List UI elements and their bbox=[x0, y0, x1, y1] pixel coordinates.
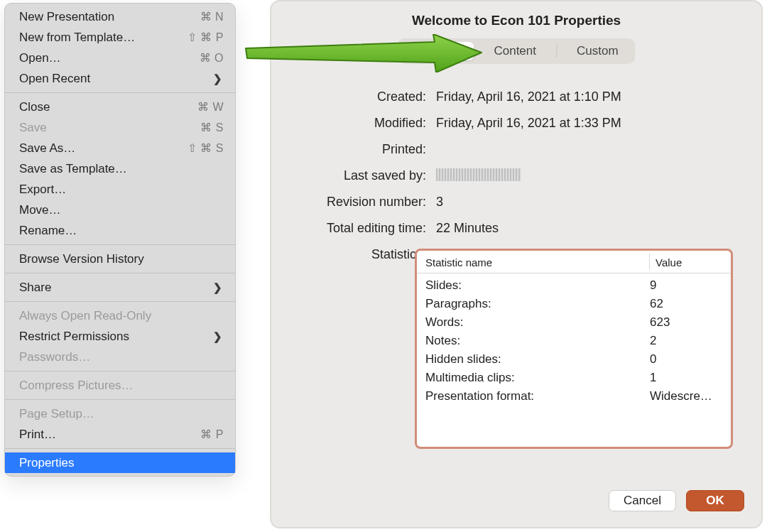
menu-item-label: Share bbox=[19, 281, 224, 295]
saved-by-label: Last saved by: bbox=[294, 168, 426, 183]
menu-separator bbox=[5, 399, 235, 400]
ok-button[interactable]: OK bbox=[686, 490, 744, 511]
keyboard-shortcut: ⇧ ⌘ S bbox=[187, 141, 224, 155]
menu-item-print[interactable]: Print…⌘ P bbox=[5, 424, 235, 445]
keyboard-shortcut: ⌘ P bbox=[200, 428, 224, 441]
keyboard-shortcut: ⌘ W bbox=[197, 100, 224, 114]
menu-item-label: Page Setup… bbox=[19, 407, 224, 421]
editing-label: Total editing time: bbox=[294, 221, 426, 236]
menu-separator bbox=[5, 244, 235, 245]
statistics-rows: Slides:9Paragraphs:62Words:623Notes:2Hid… bbox=[417, 273, 731, 406]
cancel-button[interactable]: Cancel bbox=[609, 490, 676, 511]
chevron-right-icon: ❯ bbox=[213, 331, 222, 342]
menu-item-page-setup: Page Setup… bbox=[5, 403, 235, 424]
dialog-footer: Cancel OK bbox=[609, 490, 744, 511]
menu-item-rename[interactable]: Rename… bbox=[5, 220, 235, 241]
stat-name: Slides: bbox=[425, 278, 650, 293]
menu-item-restrict-permissions[interactable]: Restrict Permissions❯ bbox=[5, 326, 235, 347]
printed-label: Printed: bbox=[294, 142, 426, 157]
stat-value: 623 bbox=[650, 315, 724, 330]
chevron-right-icon: ❯ bbox=[213, 73, 222, 84]
stat-name: Notes: bbox=[425, 334, 650, 348]
properties-fields: Created: Friday, April 16, 2021 at 1:10 … bbox=[271, 78, 761, 262]
menu-item-label: Print… bbox=[19, 428, 200, 442]
table-row: Notes:2 bbox=[425, 332, 724, 350]
menu-item-new-presentation[interactable]: New Presentation⌘ N bbox=[5, 6, 235, 27]
stat-value: 1 bbox=[650, 371, 724, 385]
menu-item-save-as[interactable]: Save As…⇧ ⌘ S bbox=[5, 138, 235, 158]
menu-item-browse-version-history[interactable]: Browse Version History bbox=[5, 249, 235, 269]
menu-item-label: Export… bbox=[19, 183, 224, 197]
stat-value: 2 bbox=[650, 334, 724, 348]
menu-item-label: Compress Pictures… bbox=[19, 379, 224, 393]
revision-value: 3 bbox=[436, 195, 739, 210]
statistics-header: Statistic name Value bbox=[417, 251, 731, 273]
table-row: Paragraphs:62 bbox=[425, 295, 724, 313]
menu-item-label: Save As… bbox=[19, 141, 187, 156]
tab-statistics[interactable]: Statistics bbox=[403, 42, 474, 60]
menu-item-label: Save bbox=[19, 121, 200, 135]
menu-item-open[interactable]: Open…⌘ O bbox=[5, 48, 235, 68]
menu-item-save: Save⌘ S bbox=[5, 117, 235, 138]
tab-custom[interactable]: Custom bbox=[565, 42, 630, 60]
statistics-label: Statistics: bbox=[294, 247, 426, 262]
menu-item-label: Save as Template… bbox=[19, 162, 224, 176]
properties-dialog: Welcome to Econ 101 Properties Statistic… bbox=[270, 0, 763, 528]
table-row: Presentation format:Widescre… bbox=[425, 387, 724, 406]
menu-separator bbox=[5, 371, 235, 371]
menu-item-move[interactable]: Move… bbox=[5, 200, 235, 220]
menu-item-open-recent[interactable]: Open Recent❯ bbox=[5, 68, 235, 89]
menu-separator bbox=[5, 92, 235, 93]
menu-item-label: New from Template… bbox=[19, 31, 187, 45]
tab-content[interactable]: Content bbox=[482, 42, 548, 60]
menu-item-properties[interactable]: Properties bbox=[5, 452, 235, 473]
table-row: Multimedia clips:1 bbox=[425, 369, 724, 387]
modified-label: Modified: bbox=[294, 116, 426, 131]
menu-item-label: Browse Version History bbox=[19, 252, 224, 266]
created-value: Friday, April 16, 2021 at 1:10 PM bbox=[436, 89, 739, 104]
menu-item-label: Open Recent bbox=[19, 72, 224, 86]
table-row: Hidden slides:0 bbox=[425, 350, 724, 369]
chevron-right-icon: ❯ bbox=[213, 282, 222, 293]
table-row: Slides:9 bbox=[425, 276, 724, 295]
file-menu: New Presentation⌘ NNew from Template…⇧ ⌘… bbox=[4, 3, 236, 477]
stat-value: Widescre… bbox=[650, 389, 724, 403]
menu-item-label: Always Open Read-Only bbox=[19, 309, 224, 323]
menu-separator bbox=[5, 273, 235, 273]
menu-item-passwords: Passwords… bbox=[5, 347, 235, 367]
created-label: Created: bbox=[294, 89, 426, 104]
menu-item-close[interactable]: Close⌘ W bbox=[5, 97, 235, 117]
revision-label: Revision number: bbox=[294, 195, 426, 210]
menu-item-export[interactable]: Export… bbox=[5, 179, 235, 200]
menu-item-label: Restrict Permissions bbox=[19, 330, 224, 344]
stat-value: 9 bbox=[650, 278, 724, 293]
menu-item-always-open-read-only: Always Open Read-Only bbox=[5, 305, 235, 326]
saved-by-value bbox=[436, 168, 739, 183]
keyboard-shortcut: ⌘ O bbox=[200, 51, 224, 65]
menu-item-label: New Presentation bbox=[19, 10, 200, 24]
dialog-title: Welcome to Econ 101 Properties bbox=[271, 13, 761, 28]
keyboard-shortcut: ⇧ ⌘ P bbox=[187, 31, 224, 44]
statistics-table: Statistic name Value Slides:9Paragraphs:… bbox=[415, 249, 733, 449]
tab-separator bbox=[556, 45, 557, 58]
menu-item-label: Move… bbox=[19, 203, 224, 217]
redacted-author bbox=[436, 168, 521, 181]
stat-value: 62 bbox=[650, 297, 724, 311]
col-value: Value bbox=[656, 256, 724, 268]
menu-item-new-from-template[interactable]: New from Template…⇧ ⌘ P bbox=[5, 27, 235, 48]
menu-item-label: Properties bbox=[19, 456, 224, 470]
menu-item-save-as-template[interactable]: Save as Template… bbox=[5, 158, 235, 179]
menu-item-share[interactable]: Share❯ bbox=[5, 277, 235, 298]
stat-name: Words: bbox=[425, 315, 650, 330]
menu-item-compress-pictures: Compress Pictures… bbox=[5, 375, 235, 396]
stat-name: Paragraphs: bbox=[425, 297, 650, 311]
stat-name: Hidden slides: bbox=[425, 352, 650, 367]
menu-separator bbox=[5, 448, 235, 449]
modified-value: Friday, April 16, 2021 at 1:33 PM bbox=[436, 116, 739, 131]
menu-item-label: Open… bbox=[19, 51, 200, 65]
menu-separator bbox=[5, 301, 235, 302]
stat-name: Presentation format: bbox=[425, 389, 650, 403]
keyboard-shortcut: ⌘ N bbox=[200, 10, 224, 23]
stat-value: 0 bbox=[650, 352, 724, 367]
stat-name: Multimedia clips: bbox=[425, 371, 650, 385]
